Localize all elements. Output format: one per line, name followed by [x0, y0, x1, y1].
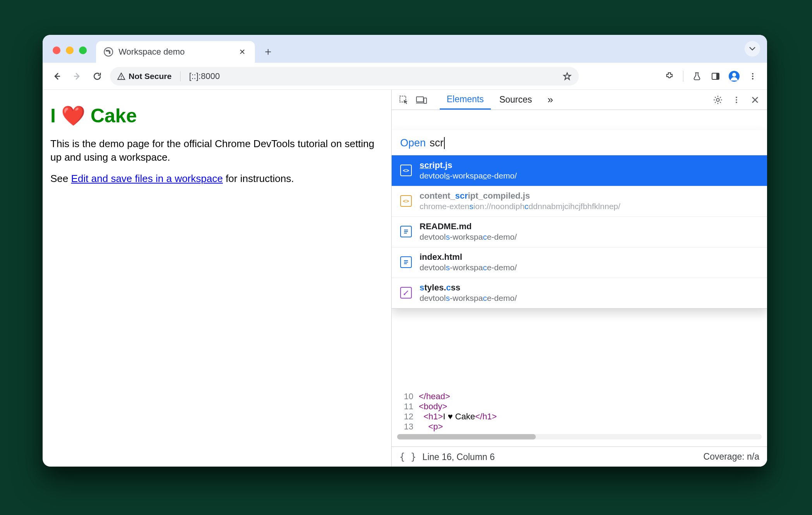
warning-icon	[117, 72, 126, 81]
reload-button[interactable]	[88, 67, 106, 85]
svg-point-22	[404, 294, 405, 295]
pretty-print-button[interactable]: { }	[399, 451, 416, 462]
browser-window: Workspace demo ✕ ＋ Not Secure [::]:8000	[43, 35, 767, 467]
address-bar[interactable]: Not Secure [::]:8000	[110, 67, 579, 86]
toolbar-right	[661, 67, 762, 85]
forward-button[interactable]	[68, 67, 86, 85]
tab-strip: Workspace demo ✕ ＋	[43, 35, 767, 63]
coverage-status: Coverage: n/a	[704, 451, 759, 462]
result-filename: index.html	[420, 252, 517, 262]
script-icon: <>	[400, 195, 412, 207]
result-filename: README.md	[420, 221, 517, 232]
minimize-window-button[interactable]	[66, 46, 74, 54]
navigation-toolbar: Not Secure [::]:8000	[43, 63, 767, 90]
side-panel-button[interactable]	[707, 67, 724, 85]
browser-tab[interactable]: Workspace demo ✕	[96, 41, 255, 63]
device-toolbar-button[interactable]	[413, 92, 430, 108]
code-line[interactable]: 12 <h1>I ♥ Cake</h1>	[392, 412, 767, 422]
result-filename: styles.css	[420, 283, 517, 293]
code-lines: 10</head>11<body>12 <h1>I ♥ Cake</h1>13 …	[392, 391, 767, 432]
window-controls	[43, 46, 96, 63]
devtools-menu-button[interactable]	[728, 92, 745, 108]
open-file-dropdown: Open scr <>script.jsdevtools-workspace-d…	[392, 130, 767, 309]
result-path: devtools-workspace-demo/	[420, 232, 517, 242]
stylesheet-icon	[400, 287, 412, 299]
browser-menu-button[interactable]	[744, 67, 762, 85]
svg-point-1	[121, 78, 122, 79]
page-content: I ❤️ Cake This is the demo page for the …	[43, 90, 391, 467]
labs-button[interactable]	[688, 67, 706, 85]
svg-point-15	[736, 101, 737, 103]
code-line[interactable]: 13 <p>	[392, 422, 767, 432]
devtools-settings-button[interactable]	[710, 92, 726, 108]
open-file-search[interactable]: Open scr	[392, 130, 767, 155]
open-query: scr	[430, 137, 445, 149]
open-file-result[interactable]: styles.cssdevtools-workspace-demo/	[392, 278, 767, 308]
open-file-result[interactable]: README.mddevtools-workspace-demo/	[392, 216, 767, 247]
svg-point-14	[736, 99, 737, 101]
document-icon	[400, 226, 412, 237]
result-filename: content_script_compiled.js	[420, 191, 620, 201]
page-paragraph: See Edit and save files in a workspace f…	[50, 172, 384, 185]
document-icon	[400, 256, 412, 268]
profile-button[interactable]	[725, 67, 743, 85]
cursor-position: Line 16, Column 6	[422, 452, 495, 462]
open-label: Open	[400, 137, 426, 149]
svg-point-5	[752, 73, 754, 74]
devtools-editor-area: 10</head>11<body>12 <h1>I ♥ Cake</h1>13 …	[392, 110, 767, 446]
result-filename: script.js	[420, 160, 517, 170]
tab-list-button[interactable]	[745, 41, 760, 57]
new-tab-button[interactable]: ＋	[257, 44, 279, 63]
open-file-results: <>script.jsdevtools-workspace-demo/<>con…	[392, 155, 767, 308]
tutorial-link[interactable]: Edit and save files in a workspace	[71, 173, 223, 184]
security-chip[interactable]: Not Secure	[117, 72, 172, 81]
result-path: chrome-extension://noondiphcddnnabmjcihc…	[420, 202, 620, 211]
svg-point-6	[752, 76, 754, 77]
svg-point-13	[736, 96, 737, 98]
inspect-element-button[interactable]	[396, 92, 412, 108]
page-paragraph: This is the demo page for the official C…	[50, 137, 384, 164]
extensions-button[interactable]	[661, 67, 678, 85]
bookmark-button[interactable]	[563, 72, 572, 81]
globe-icon	[104, 47, 113, 57]
devtools-statusbar: { }Line 16, Column 6 Coverage: n/a	[392, 446, 767, 467]
close-tab-button[interactable]: ✕	[236, 46, 249, 58]
script-icon: <>	[400, 165, 412, 176]
avatar-icon	[729, 71, 740, 82]
result-path: devtools-workspace-demo/	[420, 294, 517, 303]
code-line[interactable]: 11<body>	[392, 402, 767, 412]
tab-elements[interactable]: Elements	[440, 90, 491, 110]
svg-point-7	[752, 78, 754, 79]
devtools-panel: Elements Sources » 10</head>1	[391, 90, 767, 467]
url-text: [::]:8000	[189, 71, 220, 81]
close-window-button[interactable]	[53, 46, 60, 54]
svg-point-12	[716, 98, 719, 101]
svg-rect-9	[416, 97, 423, 102]
code-line[interactable]: 10</head>	[392, 391, 767, 402]
open-file-result[interactable]: <>script.jsdevtools-workspace-demo/	[392, 155, 767, 186]
result-path: devtools-workspace-demo/	[420, 171, 517, 180]
tab-sources[interactable]: Sources	[492, 90, 539, 110]
tab-more[interactable]: »	[540, 90, 560, 110]
zoom-window-button[interactable]	[79, 46, 87, 54]
tab-title: Workspace demo	[119, 47, 231, 57]
horizontal-scrollbar[interactable]	[397, 434, 762, 439]
open-file-result[interactable]: index.htmldevtools-workspace-demo/	[392, 247, 767, 278]
svg-rect-11	[424, 98, 427, 103]
result-path: devtools-workspace-demo/	[420, 263, 517, 272]
devtools-close-button[interactable]	[747, 92, 763, 108]
page-heading: I ❤️ Cake	[50, 105, 384, 127]
svg-rect-4	[716, 73, 719, 79]
security-label: Not Secure	[129, 72, 172, 81]
back-button[interactable]	[48, 67, 66, 85]
open-file-result[interactable]: <>content_script_compiled.jschrome-exten…	[392, 186, 767, 216]
devtools-tabbar: Elements Sources »	[392, 90, 767, 110]
